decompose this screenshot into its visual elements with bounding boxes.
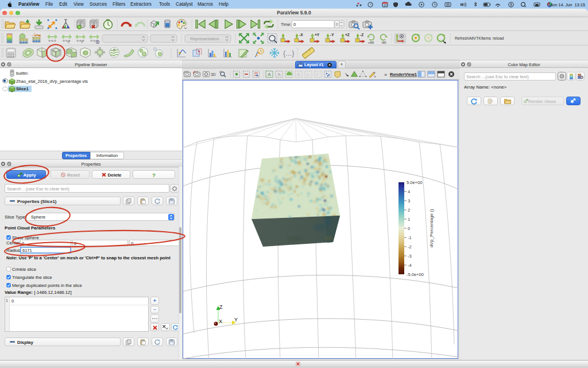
svg-text:+Y: +Y <box>315 33 320 37</box>
svg-text:Z: Z <box>219 304 223 310</box>
svg-text:X: X <box>219 319 222 324</box>
svg-text:-4: -4 <box>408 263 412 268</box>
svg-text:5.0e+00: 5.0e+00 <box>407 180 422 185</box>
svg-text:-5.0e+00: -5.0e+00 <box>407 272 424 277</box>
svg-text:3D: 3D <box>211 72 216 76</box>
svg-text:3: 3 <box>408 198 410 204</box>
svg-text:-Y: -Y <box>330 33 334 37</box>
svg-text:»: » <box>384 72 387 78</box>
svg-text:reload: reload <box>493 36 504 40</box>
svg-text:RefreshAllVTKItems: RefreshAllVTKItems <box>455 36 492 40</box>
svg-text:Representation: Representation <box>190 36 219 41</box>
svg-text:0: 0 <box>336 22 338 26</box>
svg-text:A: A <box>268 72 271 77</box>
svg-text:14: 14 <box>384 4 387 7</box>
svg-text:1: 1 <box>408 217 410 222</box>
svg-text:-90: -90 <box>381 40 387 44</box>
svg-text:?: ? <box>374 75 376 79</box>
svg-text:A: A <box>277 72 281 77</box>
svg-text:f: f <box>316 72 318 77</box>
svg-text:+Z: +Z <box>345 33 350 37</box>
svg-text:0: 0 <box>408 226 410 231</box>
svg-text:-Z: -Z <box>360 33 363 37</box>
svg-text:dVp_Percentage (): dVp_Percentage () <box>429 209 434 247</box>
svg-text:-3: -3 <box>408 254 412 259</box>
svg-text:c: c <box>307 72 309 77</box>
svg-text:A: A <box>297 72 300 77</box>
svg-text:-1: -1 <box>408 235 412 240</box>
svg-text:RenderView1: RenderView1 <box>390 72 417 77</box>
svg-text:0: 0 <box>293 22 296 27</box>
svg-text:-2: -2 <box>408 244 412 250</box>
svg-text:-X: -X <box>299 33 303 37</box>
svg-text:{...}: {...} <box>283 49 295 57</box>
svg-text:4: 4 <box>408 189 410 194</box>
svg-text:+90: +90 <box>368 40 374 44</box>
svg-text:Y: Y <box>234 317 238 323</box>
svg-text:2: 2 <box>408 208 410 213</box>
